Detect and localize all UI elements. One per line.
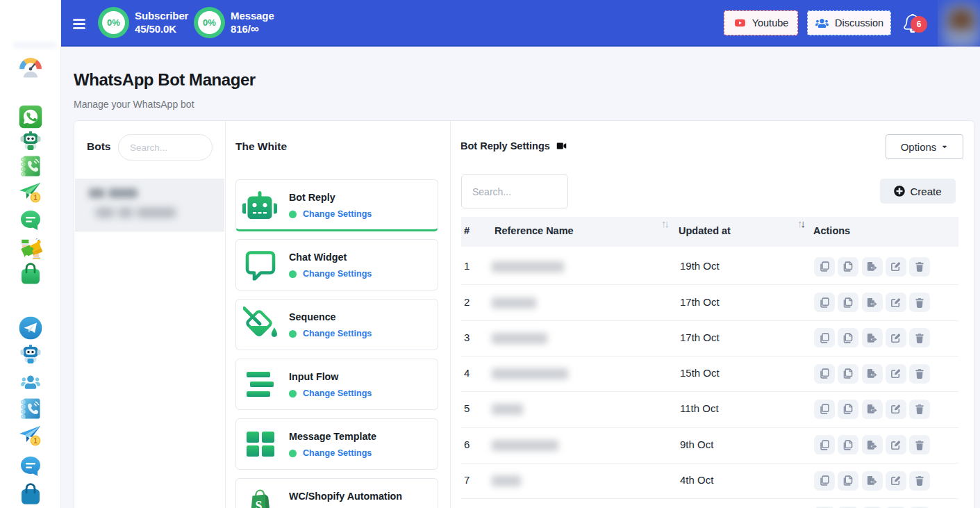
svg-text:1: 1 [33,194,38,202]
svg-text:S: S [255,499,262,508]
svg-text:1: 1 [33,437,38,445]
